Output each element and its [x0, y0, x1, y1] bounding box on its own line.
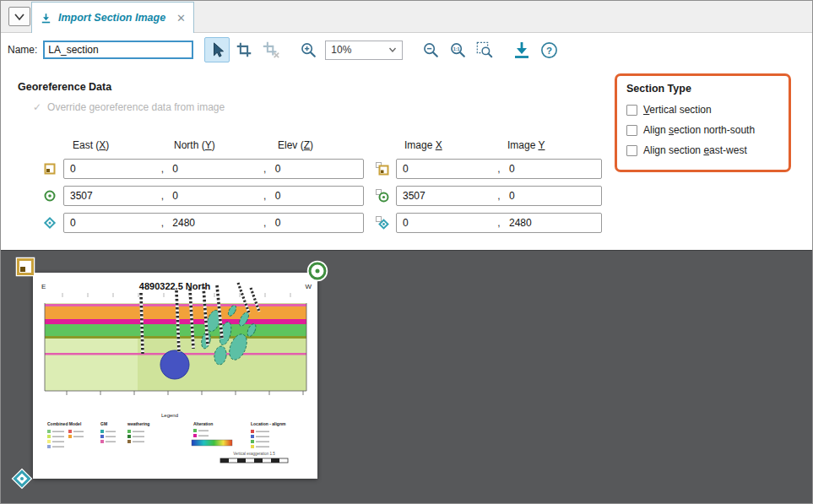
svg-text:?: ? — [546, 45, 552, 55]
origin-marker-icon — [43, 162, 57, 176]
image-x-input[interactable]: 0 — [397, 163, 495, 175]
select-tool-button[interactable] — [204, 37, 230, 62]
crop-icon — [235, 41, 253, 59]
north-input[interactable]: 0 — [166, 163, 260, 175]
chevron-down-icon — [388, 46, 397, 53]
zoom-fit-icon — [475, 41, 494, 59]
check-icon: ✓ — [33, 101, 41, 113]
import-icon — [512, 40, 532, 60]
yaxis-marker-icon — [43, 216, 57, 230]
east-axis-label: E — [41, 283, 46, 290]
north-input[interactable]: 2480 — [166, 217, 260, 229]
section-image-svg: 4890322.5 North E W — [33, 273, 317, 479]
legend-column-headers: Combined Model GM weathering Alteration … — [47, 421, 286, 426]
svg-text:GM: GM — [100, 421, 107, 426]
chevron-down-icon — [12, 11, 27, 23]
align-east-west-label: Align section east-west — [643, 144, 747, 156]
world-coordinates-field: 0 , 0 , 0 — [63, 159, 364, 179]
zoom-in-button[interactable] — [295, 37, 321, 62]
image-y-input[interactable]: 0 — [503, 190, 601, 202]
blue-intrusion — [160, 350, 189, 379]
georeference-data-heading: Georeference Data — [18, 81, 111, 93]
comma-separator: , — [495, 190, 503, 202]
svg-text:Location - alignm: Location - alignm — [251, 421, 286, 426]
xaxis-marker-handle[interactable] — [306, 260, 328, 282]
georeference-row-yaxis: 0 , 2480 , 0 0 , 2480 — [1, 213, 812, 233]
tab-close-icon[interactable]: ✕ — [176, 13, 186, 24]
comma-separator: , — [495, 163, 503, 175]
name-input[interactable] — [43, 41, 193, 59]
image-coordinates-field: 0 , 0 — [396, 159, 602, 179]
legend-swatches — [47, 429, 269, 448]
zoom-out-icon — [421, 41, 440, 59]
svg-text:weathering: weathering — [127, 421, 149, 426]
elev-input[interactable]: 0 — [269, 190, 363, 202]
vertical-section-label: Vertical section — [643, 104, 712, 116]
legend-title: Legend — [161, 413, 178, 418]
name-label: Name: — [8, 44, 37, 56]
image-x-input[interactable]: 3507 — [397, 190, 495, 202]
world-coordinates-field: 0 , 2480 , 0 — [63, 213, 364, 233]
preview-title: 4890322.5 North — [139, 281, 211, 291]
import-image-button[interactable] — [509, 37, 534, 62]
elev-input[interactable]: 0 — [269, 163, 363, 175]
comma-separator: , — [261, 190, 269, 202]
image-y-input[interactable]: 0 — [503, 163, 601, 175]
crop-remove-icon — [262, 41, 280, 59]
comma-separator: , — [261, 163, 269, 175]
tab-label: Import Section Image — [58, 12, 165, 24]
yaxis-image-marker-icon — [376, 216, 389, 230]
image-y-input[interactable]: 2480 — [503, 217, 601, 229]
help-button[interactable]: ? — [536, 37, 561, 62]
image-x-input[interactable]: 0 — [397, 217, 495, 229]
east-input[interactable]: 3507 — [64, 190, 158, 202]
zoom-level-value: 10% — [331, 44, 388, 56]
west-axis-label: W — [305, 283, 312, 290]
section-image-preview[interactable]: 4890322.5 North E W — [33, 273, 317, 479]
tab-bar: Import Section Image ✕ — [1, 1, 812, 33]
vertical-section-checkbox[interactable]: Vertical section — [626, 104, 789, 116]
world-coordinates-field: 3507 , 0 , 0 — [63, 186, 364, 206]
zoom-level-select[interactable]: 10% — [325, 41, 403, 60]
svg-text:Alteration: Alteration — [193, 421, 213, 426]
tab-list-dropdown-button[interactable] — [8, 7, 30, 26]
override-georeference-checkbox[interactable]: ✓ Override georeference data from image — [33, 101, 225, 113]
section-type-highlight: Section Type Vertical section Align sect… — [615, 73, 791, 172]
help-icon: ? — [539, 41, 559, 60]
checkbox-icon — [626, 145, 637, 156]
comma-separator: , — [495, 217, 503, 229]
crop-tool-button[interactable] — [231, 37, 257, 62]
cursor-icon — [208, 41, 226, 59]
comma-separator: , — [158, 190, 166, 202]
column-header-image-x: Image X — [404, 139, 442, 151]
zoom-fit-button[interactable] — [472, 37, 497, 62]
align-east-west-checkbox[interactable]: Align section east-west — [626, 144, 789, 156]
scale-bar — [220, 458, 288, 463]
column-header-east: East (X) — [73, 139, 109, 151]
elev-input[interactable]: 0 — [269, 217, 363, 229]
checkbox-icon — [626, 105, 637, 116]
checkbox-icon — [626, 125, 637, 136]
remove-crop-button[interactable] — [258, 37, 284, 62]
east-input[interactable]: 0 — [64, 217, 158, 229]
column-header-image-y: Image Y — [507, 139, 545, 151]
svg-text:1:1: 1:1 — [453, 46, 460, 51]
zoom-1to1-icon: 1:1 — [448, 41, 467, 59]
align-north-south-checkbox[interactable]: Align section north-south — [626, 124, 789, 136]
xaxis-image-marker-icon — [376, 189, 389, 203]
image-canvas: 4890322.5 North E W — [1, 250, 813, 504]
tab-import-section-image[interactable]: Import Section Image ✕ — [31, 2, 194, 33]
import-section-image-window: Import Section Image ✕ Name: — [0, 0, 813, 504]
override-georeference-label: Override georeference data from image — [47, 101, 225, 113]
origin-image-marker-icon — [376, 162, 389, 176]
yaxis-marker-handle[interactable] — [11, 468, 33, 490]
north-input[interactable]: 0 — [166, 190, 260, 202]
east-input[interactable]: 0 — [64, 163, 158, 175]
column-header-north: North (Y) — [174, 139, 215, 151]
origin-marker-handle[interactable] — [14, 256, 36, 278]
section-type-heading: Section Type — [626, 83, 789, 95]
actual-size-button[interactable]: 1:1 — [445, 37, 470, 62]
align-north-south-label: Align section north-south — [643, 124, 755, 136]
zoom-out-button[interactable] — [418, 37, 443, 62]
comma-separator: , — [158, 163, 166, 175]
